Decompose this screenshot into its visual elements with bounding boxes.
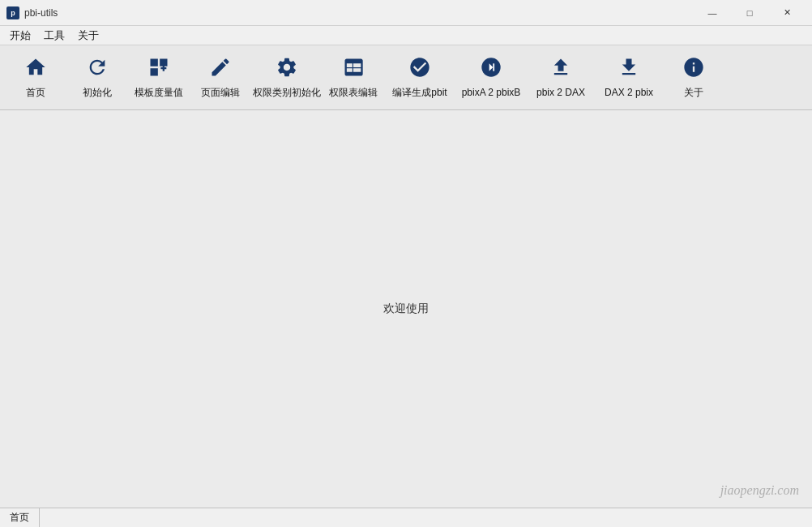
title-bar-left: p pbi-utils [6, 6, 58, 19]
forward1-icon [480, 56, 502, 82]
close-button[interactable]: ✕ [768, 0, 806, 26]
toolbar-label-home: 首页 [26, 87, 45, 98]
home-icon [24, 56, 47, 82]
upload-icon [549, 56, 572, 82]
toolbar-btn-template[interactable]: 模板度量值 [130, 50, 188, 105]
table-edit-icon [342, 56, 365, 82]
toolbar-btn-role-init[interactable]: 权限类别初始化 [253, 50, 321, 105]
menu-bar: 开始 工具 关于 [0, 26, 812, 45]
toolbar-label-pbix-dax: pbix 2 DAX [536, 87, 585, 98]
app-icon: p [6, 6, 19, 19]
edit-icon [209, 56, 232, 82]
check-circle-icon [408, 56, 431, 82]
minimize-button[interactable]: — [694, 0, 731, 26]
welcome-text: 欢迎使用 [383, 302, 429, 316]
download-icon [618, 56, 640, 82]
toolbar-label-about: 关于 [684, 87, 703, 98]
toolbar-label-role-init: 权限类别初始化 [253, 87, 321, 98]
toolbar-btn-pbix-dax[interactable]: pbix 2 DAX [528, 50, 593, 105]
toolbar-btn-home[interactable]: 首页 [6, 50, 65, 105]
info-icon [682, 56, 705, 82]
toolbar-label-template: 模板度量值 [135, 87, 183, 98]
menu-item-tools[interactable]: 工具 [37, 27, 71, 45]
toolbar-label-compile: 编译生成pbit [392, 87, 447, 98]
title-bar: p pbi-utils — □ ✕ [0, 0, 812, 26]
toolbar-label-init: 初始化 [83, 87, 112, 98]
toolbar-btn-dax-pbix[interactable]: DAX 2 pbix [596, 50, 661, 105]
toolbar-btn-pbix-ab[interactable]: pbixA 2 pbixB [457, 50, 525, 105]
toolbar: 首页 初始化 模板度量值 页面编辑 [0, 45, 812, 110]
toolbar-label-dax-pbix: DAX 2 pbix [605, 87, 653, 98]
gear-icon [276, 56, 298, 82]
toolbar-label-role-edit: 权限表编辑 [329, 87, 378, 98]
toolbar-btn-page-edit[interactable]: 页面编辑 [191, 50, 250, 105]
toolbar-btn-role-edit[interactable]: 权限表编辑 [324, 50, 382, 105]
toolbar-label-page-edit: 页面编辑 [201, 87, 240, 98]
toolbar-btn-compile[interactable]: 编译生成pbit [386, 50, 454, 105]
watermark: jiaopengzi.com [720, 483, 799, 498]
status-item-empty1 [40, 508, 812, 527]
toolbar-btn-about[interactable]: 关于 [665, 50, 723, 105]
main-content: 欢迎使用 jiaopengzi.com [0, 110, 812, 508]
template-icon [147, 56, 170, 82]
title-bar-controls: — □ ✕ [694, 0, 806, 26]
toolbar-label-pbix-ab: pbixA 2 pbixB [462, 87, 521, 98]
maximize-button[interactable]: □ [731, 0, 768, 26]
window-title: pbi-utils [24, 7, 58, 19]
menu-item-start[interactable]: 开始 [3, 27, 37, 45]
status-item-home: 首页 [0, 508, 40, 527]
refresh-icon [86, 56, 109, 82]
menu-item-about[interactable]: 关于 [71, 27, 105, 45]
status-bar: 首页 [0, 508, 812, 527]
toolbar-btn-init[interactable]: 初始化 [68, 50, 126, 105]
